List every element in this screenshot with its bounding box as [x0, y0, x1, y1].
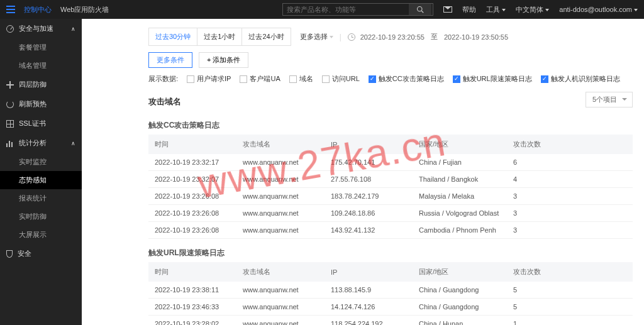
- tab-30min[interactable]: 过去30分钟: [149, 28, 197, 45]
- check-client-ua[interactable]: 客户端UA: [240, 74, 280, 84]
- tab-24h[interactable]: 过去24小时: [242, 28, 290, 45]
- time-range-tabs: 过去30分钟 过去1小时 过去24小时: [148, 28, 291, 46]
- topbar: 控制中心 Web应用防火墙 帮助 工具 中文简体 anti-ddos@outlo…: [0, 0, 644, 19]
- breadcrumb: 控制中心 Web应用防火墙: [24, 5, 109, 14]
- time-to: 2022-10-19 23:50:55: [444, 33, 508, 41]
- time-separator: 至: [431, 32, 438, 41]
- check-url-limit-log[interactable]: 触发URL限速策略日志: [453, 74, 532, 84]
- time-from: 2022-10-19 23:20:55: [360, 33, 425, 41]
- help-link[interactable]: 帮助: [462, 5, 476, 14]
- overview-heading: 攻击域名: [148, 96, 181, 107]
- breadcrumb-home[interactable]: 控制中心: [24, 5, 52, 14]
- lang-dropdown[interactable]: 中文简体: [516, 5, 549, 14]
- table-row: 2022-10-19 23:46:33www.anquanw.net14.124…: [148, 299, 633, 316]
- search-input[interactable]: [283, 6, 409, 13]
- section-url-title: 触发URL限速策略日志: [148, 248, 633, 258]
- check-captcha-log[interactable]: 触发人机识别策略日志: [541, 74, 620, 84]
- svg-point-0: [418, 7, 423, 12]
- add-condition-button[interactable]: + 添加条件: [199, 52, 248, 68]
- sidebar-group-security[interactable]: 安全与加速∧: [0, 19, 82, 38]
- search-icon: [416, 6, 424, 13]
- sidebar-item-report[interactable]: 报表统计: [0, 189, 82, 207]
- item-count-select[interactable]: 5个项目: [586, 92, 633, 107]
- sidebar-item-monitor[interactable]: 实时监控: [0, 153, 82, 171]
- content-area: 过去30分钟 过去1小时 过去24小时 更多选择 | 2022-10-19 23…: [82, 19, 644, 325]
- sidebar-group-ssl[interactable]: SSL证书: [0, 114, 82, 133]
- menu-icon[interactable]: [6, 6, 15, 13]
- clock-icon: [348, 33, 355, 41]
- sidebar-item-situation[interactable]: 态势感知: [0, 171, 82, 189]
- table-row: 2022-10-19 23:28:02www.anquanw.net118.25…: [148, 316, 633, 326]
- table-cc: 时间 攻击域名 IP 国家/地区 攻击次数 2022-10-19 23:32:1…: [148, 135, 633, 239]
- svg-line-1: [422, 11, 424, 13]
- check-cc-log[interactable]: 触发CC攻击策略日志: [369, 74, 444, 84]
- section-cc-title: 触发CC攻击策略日志: [148, 120, 633, 131]
- user-dropdown[interactable]: anti-ddos@outlook.com: [559, 6, 638, 13]
- table-row: 2022-10-19 23:26:08www.anquanw.net109.24…: [148, 205, 633, 222]
- check-domain[interactable]: 域名: [289, 74, 313, 84]
- table-row: 2022-10-19 23:32:07www.anquanw.net27.55.…: [148, 171, 633, 188]
- show-data-label: 展示数据:: [148, 74, 178, 84]
- sidebar-item-bigscreen[interactable]: 大屏展示: [0, 226, 82, 244]
- search-box: [282, 3, 433, 16]
- tools-dropdown[interactable]: 工具: [486, 5, 506, 14]
- sidebar: 安全与加速∧ 套餐管理 域名管理 四层防御 刷新预热 SSL证书 统计分析∧ 实…: [0, 19, 82, 325]
- tab-1h[interactable]: 过去1小时: [197, 28, 242, 45]
- table-url-limit: 时间 攻击域名 IP 国家/地区 攻击次数 2022-10-19 23:38:1…: [148, 262, 633, 325]
- breadcrumb-page: Web应用防火墙: [60, 5, 109, 14]
- mail-icon[interactable]: [443, 6, 452, 13]
- sidebar-group-refresh[interactable]: 刷新预热: [0, 94, 82, 114]
- table-row: 2022-10-19 23:38:11www.anquanw.net113.88…: [148, 282, 633, 299]
- sidebar-item-domain[interactable]: 域名管理: [0, 57, 82, 75]
- sidebar-item-realtime-defense[interactable]: 实时防御: [0, 207, 82, 226]
- table-row: 2022-10-19 23:26:08www.anquanw.net183.78…: [148, 188, 633, 205]
- sidebar-group-l4[interactable]: 四层防御: [0, 75, 82, 94]
- table-row: 2022-10-19 23:26:08www.anquanw.net143.92…: [148, 222, 633, 239]
- more-conditions-button[interactable]: 更多条件: [148, 52, 192, 68]
- search-button[interactable]: [409, 4, 431, 15]
- sidebar-group-safety[interactable]: 安全: [0, 244, 82, 263]
- check-user-ip[interactable]: 用户请求IP: [187, 74, 231, 84]
- sidebar-group-stats[interactable]: 统计分析∧: [0, 133, 82, 153]
- sidebar-item-package[interactable]: 套餐管理: [0, 38, 82, 57]
- check-url[interactable]: 访问URL: [322, 74, 360, 84]
- table-row: 2022-10-19 23:32:17www.anquanw.net175.42…: [148, 154, 633, 171]
- more-time-select[interactable]: 更多选择: [300, 32, 333, 41]
